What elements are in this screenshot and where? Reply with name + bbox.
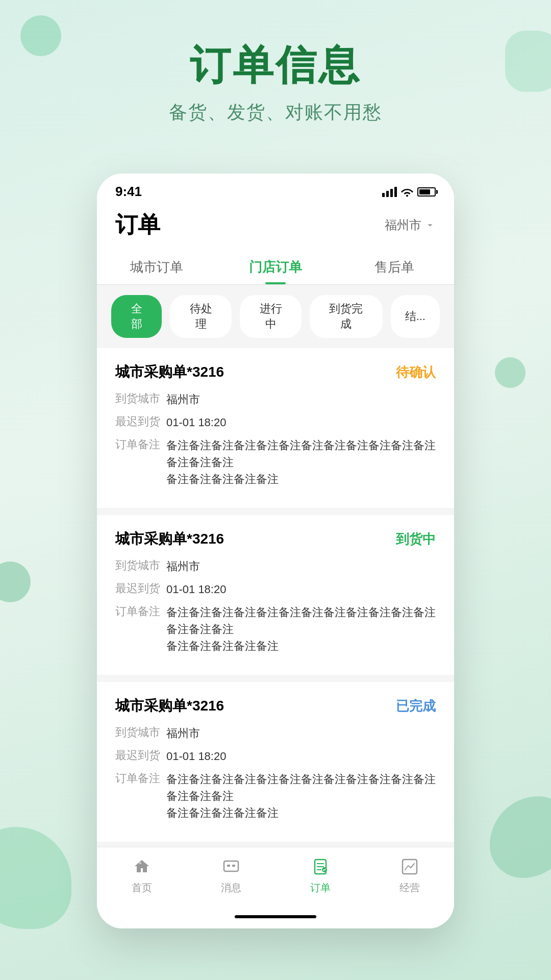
filter-bar: 全部 待处理 进行中 到货完成 结... <box>97 285 454 348</box>
filter-more[interactable]: 结... <box>391 295 440 338</box>
home-icon <box>131 855 153 878</box>
order-1-city-row: 到货城市 福州市 <box>115 391 436 408</box>
page-subtitle: 备货、发货、对账不用愁 <box>0 100 551 125</box>
order-3-header: 城市采购单*3216 已完成 <box>115 696 436 716</box>
app-header-title: 订单 <box>115 210 160 240</box>
nav-order[interactable]: 订单 <box>276 855 365 895</box>
order-1-delivery-value: 01-01 18:20 <box>166 414 436 431</box>
status-icons <box>382 187 436 197</box>
nav-home-label: 首页 <box>132 881 152 895</box>
order-2-number: 城市采购单*3216 <box>115 529 224 549</box>
order-icon <box>309 855 332 878</box>
signal-icon <box>382 187 397 197</box>
page-title: 订单信息 <box>0 41 551 90</box>
order-2-status: 到货中 <box>396 530 436 548</box>
tabs-container: 城市订单 门店订单 售后单 <box>97 250 454 285</box>
filter-arrived[interactable]: 到货完成 <box>310 295 383 338</box>
tab-city-order[interactable]: 城市订单 <box>97 250 216 284</box>
order-1-delivery-label: 最迟到货 <box>115 414 166 431</box>
order-1-note-row: 订单备注 备注备注备注备注备注备注备注备注备注备注备注备注备注备注备注备注备注备… <box>115 437 436 487</box>
analytics-icon <box>398 855 421 878</box>
bg-decoration-4 <box>0 561 31 602</box>
bg-decoration-3 <box>495 357 525 388</box>
order-2-delivery-row: 最迟到货 01-01 18:20 <box>115 581 436 598</box>
home-indicator <box>97 910 454 928</box>
app-header: 订单 福州市 <box>97 205 454 250</box>
tab-store-order[interactable]: 门店订单 <box>216 250 335 284</box>
order-2-header: 城市采购单*3216 到货中 <box>115 529 436 549</box>
order-3-note-value: 备注备注备注备注备注备注备注备注备注备注备注备注备注备注备注备注备注备注备注备注 <box>166 771 436 821</box>
bottom-nav: 首页 消息 <box>97 847 454 910</box>
filter-inprogress[interactable]: 进行中 <box>240 295 302 338</box>
bg-blob-left <box>0 827 71 929</box>
svg-rect-0 <box>139 862 141 864</box>
nav-message[interactable]: 消息 <box>186 855 276 895</box>
order-card-3[interactable]: 城市采购单*3216 已完成 到货城市 福州市 最迟到货 01-01 18:20… <box>97 682 454 842</box>
order-3-city-label: 到货城市 <box>115 725 166 742</box>
order-2-city-row: 到货城市 福州市 <box>115 558 436 575</box>
order-1-number: 城市采购单*3216 <box>115 362 224 382</box>
bg-decoration-2 <box>505 31 551 92</box>
home-bar <box>235 915 316 918</box>
order-2-delivery-value: 01-01 18:20 <box>166 581 436 598</box>
order-3-delivery-label: 最迟到货 <box>115 748 166 765</box>
status-time: 9:41 <box>115 184 142 200</box>
tab-after-sale[interactable]: 售后单 <box>335 250 454 284</box>
svg-rect-2 <box>227 865 230 867</box>
bg-blob-right <box>490 796 551 878</box>
order-3-delivery-row: 最迟到货 01-01 18:20 <box>115 748 436 765</box>
orders-list: 城市采购单*3216 待确认 到货城市 福州市 最迟到货 01-01 18:20… <box>97 348 454 847</box>
order-3-note-row: 订单备注 备注备注备注备注备注备注备注备注备注备注备注备注备注备注备注备注备注备… <box>115 771 436 821</box>
nav-analytics[interactable]: 经营 <box>365 855 454 895</box>
order-3-status: 已完成 <box>396 697 436 715</box>
order-1-city-label: 到货城市 <box>115 391 166 408</box>
wifi-icon <box>401 187 413 197</box>
location-info[interactable]: 福州市 <box>385 217 436 233</box>
order-2-note-value: 备注备注备注备注备注备注备注备注备注备注备注备注备注备注备注备注备注备注备注备注 <box>166 604 436 654</box>
battery-icon <box>417 187 436 197</box>
order-2-note-label: 订单备注 <box>115 604 166 654</box>
nav-order-label: 订单 <box>310 881 331 895</box>
nav-analytics-label: 经营 <box>399 881 420 895</box>
bg-decoration-1 <box>20 15 61 56</box>
order-1-note-value: 备注备注备注备注备注备注备注备注备注备注备注备注备注备注备注备注备注备注备注备注 <box>166 437 436 487</box>
svg-rect-3 <box>232 865 235 867</box>
message-icon <box>220 855 242 878</box>
order-3-number: 城市采购单*3216 <box>115 696 224 716</box>
order-3-city-row: 到货城市 福州市 <box>115 725 436 742</box>
order-1-note-label: 订单备注 <box>115 437 166 487</box>
order-3-city-value: 福州市 <box>166 725 436 742</box>
order-card-2[interactable]: 城市采购单*3216 到货中 到货城市 福州市 最迟到货 01-01 18:20… <box>97 515 454 675</box>
filter-pending[interactable]: 待处理 <box>170 295 232 338</box>
order-3-note-label: 订单备注 <box>115 771 166 821</box>
location-icon <box>424 219 436 231</box>
order-3-delivery-value: 01-01 18:20 <box>166 748 436 765</box>
nav-home[interactable]: 首页 <box>97 855 186 895</box>
svg-rect-1 <box>224 861 238 871</box>
order-2-city-label: 到货城市 <box>115 558 166 575</box>
phone-frame: 9:41 订单 <box>97 174 454 928</box>
order-1-city-value: 福州市 <box>166 391 436 408</box>
order-card-1[interactable]: 城市采购单*3216 待确认 到货城市 福州市 最迟到货 01-01 18:20… <box>97 348 454 508</box>
location-text: 福州市 <box>385 217 421 233</box>
order-2-note-row: 订单备注 备注备注备注备注备注备注备注备注备注备注备注备注备注备注备注备注备注备… <box>115 604 436 654</box>
filter-all[interactable]: 全部 <box>111 295 162 338</box>
phone-mockup: 9:41 订单 <box>97 174 454 928</box>
order-1-delivery-row: 最迟到货 01-01 18:20 <box>115 414 436 431</box>
order-2-city-value: 福州市 <box>166 558 436 575</box>
nav-message-label: 消息 <box>221 881 241 895</box>
page-header: 订单信息 备货、发货、对账不用愁 <box>0 0 551 125</box>
order-2-delivery-label: 最迟到货 <box>115 581 166 598</box>
status-bar: 9:41 <box>97 174 454 205</box>
order-1-status: 待确认 <box>396 363 436 381</box>
order-1-header: 城市采购单*3216 待确认 <box>115 362 436 382</box>
